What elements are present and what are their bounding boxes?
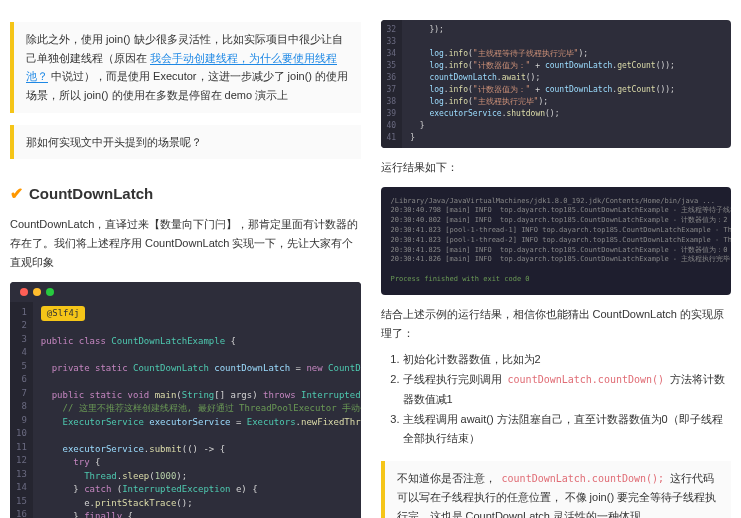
window-dot-green xyxy=(46,288,54,296)
list-item: 主线程调用 await() 方法阻塞自己，直至计数器数值为0（即子线程全部执行结… xyxy=(403,410,732,450)
text: 中说过），而是使用 Executor，这进一步减少了 join() 的使用场景，… xyxy=(26,70,348,101)
code-block-continued: 32 33 34 35 36 37 38 39 40 41 }); log.in… xyxy=(381,20,732,148)
code-content: }); log.info("主线程等待子线程执行完毕"); log.info("… xyxy=(402,20,731,148)
line-numbers: 32 33 34 35 36 37 38 39 40 41 xyxy=(381,20,403,148)
code-block-main: 1 2 3 4 5 6 7 8 9 10 11 12 13 14 15 16 1… xyxy=(10,282,361,519)
terminal-output: /Library/Java/JavaVirtualMachines/jdk1.8… xyxy=(381,187,732,295)
note-quote: 不知道你是否注意， countDownLatch.countDown(); 这行… xyxy=(381,461,732,518)
inline-code: countDownLatch.countDown() xyxy=(505,374,668,385)
intro-quote: 除此之外，使用 join() 缺少很多灵活性，比如实际项目中很少让自己单独创建线… xyxy=(10,22,361,113)
paragraph: CountDownLatch，直译过来【数量向下门闩】，那肯定里面有计数器的存在… xyxy=(10,215,361,271)
inline-code: countDownLatch.countDown(); xyxy=(499,473,668,484)
question-quote: 那如何实现文中开头提到的场景呢？ xyxy=(10,125,361,160)
window-dot-yellow xyxy=(33,288,41,296)
code-content: @Slf4j public class CountDownLatchExampl… xyxy=(33,302,361,519)
code-header xyxy=(10,282,361,302)
list-item: 子线程执行完则调用 countDownLatch.countDown() 方法将… xyxy=(403,370,732,410)
left-column: 除此之外，使用 join() 缺少很多灵活性，比如实际项目中很少让自己单独创建线… xyxy=(10,10,361,518)
result-label: 运行结果如下： xyxy=(381,158,732,177)
check-icon: ✔ xyxy=(10,184,23,203)
section-heading: ✔ CountDownLatch xyxy=(10,184,361,203)
heading-text: CountDownLatch xyxy=(29,185,153,202)
right-column: 32 33 34 35 36 37 38 39 40 41 }); log.in… xyxy=(381,10,732,518)
text: 那如何实现文中开头提到的场景呢？ xyxy=(26,136,202,148)
principle-list: 初始化计数器数值，比如为2 子线程执行完则调用 countDownLatch.c… xyxy=(381,350,732,449)
list-item: 初始化计数器数值，比如为2 xyxy=(403,350,732,370)
line-numbers: 1 2 3 4 5 6 7 8 9 10 11 12 13 14 15 16 1… xyxy=(10,302,33,519)
window-dot-red xyxy=(20,288,28,296)
paragraph: 结合上述示例的运行结果，相信你也能猜出 CountDownLatch 的实现原理… xyxy=(381,305,732,342)
